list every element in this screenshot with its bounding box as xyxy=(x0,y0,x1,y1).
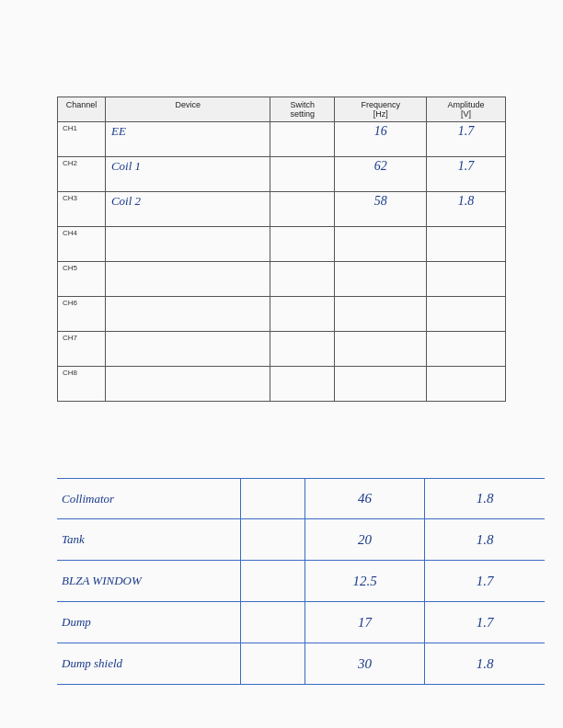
bottom-cell-freq: 17 xyxy=(305,602,425,643)
cell-switch xyxy=(270,227,335,262)
bottom-cell-switch xyxy=(241,643,305,684)
bottom-table: Collimator461.8Tank201.8BLZA WINDOW12.51… xyxy=(57,478,545,685)
cell-freq xyxy=(335,262,427,297)
cell-freq xyxy=(335,367,427,402)
table-row: CH7 xyxy=(58,332,506,367)
cell-amp: 1.8 xyxy=(427,192,506,227)
cell-switch xyxy=(270,122,335,157)
cell-amp xyxy=(427,332,506,367)
cell-amp xyxy=(427,297,506,332)
main-table: Channel Device Switchsetting Frequency[H… xyxy=(57,97,506,402)
cell-device xyxy=(105,297,270,332)
cell-channel: CH2 xyxy=(58,157,106,192)
th-switch: Switchsetting xyxy=(270,97,335,122)
cell-channel: CH8 xyxy=(58,367,106,402)
cell-device: Coil 2 xyxy=(105,192,270,227)
cell-switch xyxy=(270,262,335,297)
bottom-cell-switch xyxy=(241,519,305,560)
cell-device: EE xyxy=(105,122,270,157)
bottom-table-row: Collimator461.8 xyxy=(57,478,545,519)
cell-amp: 1.7 xyxy=(427,122,506,157)
cell-amp xyxy=(427,227,506,262)
bottom-table-row: Tank201.8 xyxy=(57,519,545,561)
th-device: Device xyxy=(105,97,270,122)
cell-freq: 62 xyxy=(335,157,427,192)
bottom-cell-device: Dump xyxy=(57,602,241,643)
table-row: CH8 xyxy=(58,367,506,402)
cell-switch xyxy=(270,332,335,367)
cell-device xyxy=(105,367,270,402)
bottom-cell-amp: 1.7 xyxy=(425,602,545,643)
bottom-table-row: Dump shield301.8 xyxy=(57,643,545,685)
cell-freq xyxy=(335,332,427,367)
cell-channel: CH6 xyxy=(58,297,106,332)
cell-switch xyxy=(270,297,335,332)
bottom-cell-device: BLZA WINDOW xyxy=(57,561,241,601)
bottom-table-row: Dump171.7 xyxy=(57,602,545,643)
table-row: CH3Coil 2581.8 xyxy=(58,192,506,227)
bottom-cell-device: Collimator xyxy=(57,479,241,518)
bottom-table-row: BLZA WINDOW12.51.7 xyxy=(57,561,545,602)
table-row: CH1EE161.7 xyxy=(58,122,506,157)
cell-freq: 16 xyxy=(335,122,427,157)
circuit-section xyxy=(57,60,63,62)
bottom-cell-switch xyxy=(241,479,305,518)
bottom-cell-freq: 20 xyxy=(305,519,425,560)
bottom-cell-freq: 30 xyxy=(305,643,425,684)
cell-channel: CH7 xyxy=(58,332,106,367)
bottom-cell-switch xyxy=(241,602,305,643)
bottom-cell-device: Tank xyxy=(57,519,241,560)
cell-freq: 58 xyxy=(335,192,427,227)
bottom-cell-amp: 1.8 xyxy=(425,479,545,518)
cell-device xyxy=(105,332,270,367)
th-channel: Channel xyxy=(58,97,106,122)
table-row: CH5 xyxy=(58,262,506,297)
cell-device: Coil 1 xyxy=(105,157,270,192)
th-frequency: Frequency[Hz] xyxy=(335,97,427,122)
cell-switch xyxy=(270,192,335,227)
th-amplitude: Amplitude[V] xyxy=(427,97,506,122)
cell-freq xyxy=(335,227,427,262)
bottom-cell-device: Dump shield xyxy=(57,643,241,684)
table-row: CH2Coil 1621.7 xyxy=(58,157,506,192)
bottom-cell-freq: 46 xyxy=(305,479,425,518)
cell-switch xyxy=(270,157,335,192)
bottom-cell-amp: 1.7 xyxy=(425,561,545,601)
bottom-cell-switch xyxy=(241,561,305,601)
table-row: CH4 xyxy=(58,227,506,262)
cell-amp xyxy=(427,262,506,297)
cell-amp: 1.7 xyxy=(427,157,506,192)
cell-channel: CH3 xyxy=(58,192,106,227)
cell-device xyxy=(105,262,270,297)
page: Channel Device Switchsetting Frequency[H… xyxy=(0,0,563,728)
cell-freq xyxy=(335,297,427,332)
bottom-cell-amp: 1.8 xyxy=(425,643,545,684)
cell-channel: CH5 xyxy=(58,262,106,297)
cell-channel: CH1 xyxy=(58,122,106,157)
bottom-cell-freq: 12.5 xyxy=(305,561,425,601)
cell-amp xyxy=(427,367,506,402)
bottom-cell-amp: 1.8 xyxy=(425,519,545,560)
cell-device xyxy=(105,227,270,262)
table-row: CH6 xyxy=(58,297,506,332)
cell-channel: CH4 xyxy=(58,227,106,262)
cell-switch xyxy=(270,367,335,402)
